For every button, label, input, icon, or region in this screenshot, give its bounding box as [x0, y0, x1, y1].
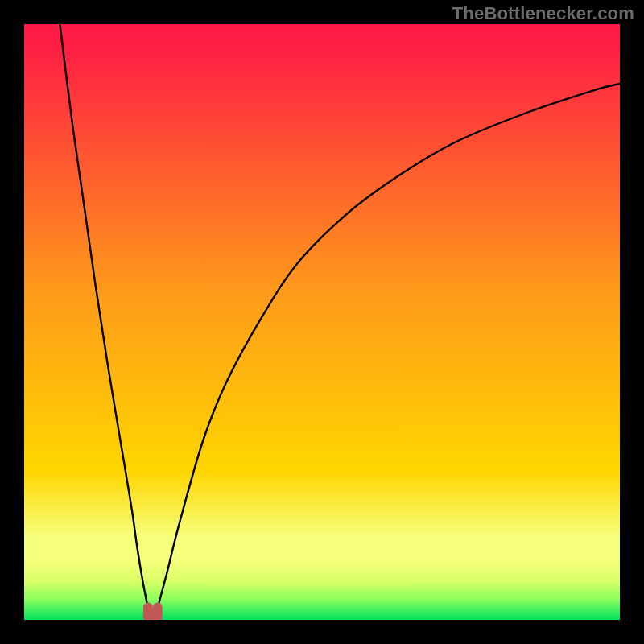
plot-area	[24, 24, 620, 620]
chart-svg	[24, 24, 620, 620]
chart-frame: TheBottlenecker.com	[0, 0, 644, 644]
gradient-background	[24, 24, 620, 620]
valley-marker	[148, 607, 158, 620]
watermark-text: TheBottlenecker.com	[452, 3, 634, 24]
